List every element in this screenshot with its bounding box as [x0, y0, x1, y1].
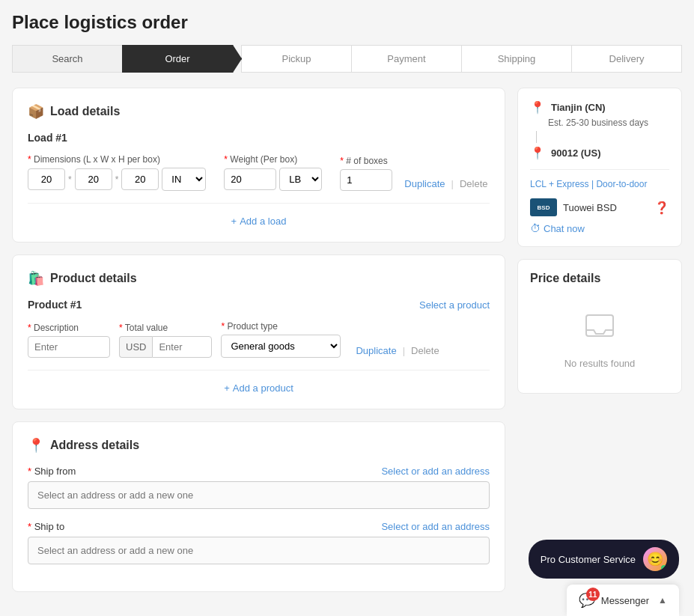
route-card: 📍 Tianjin (CN) Est. 25-30 business days … [517, 88, 682, 247]
ship-to-input[interactable] [28, 537, 490, 564]
desc-label: Description [28, 323, 110, 333]
weight-input[interactable] [224, 168, 276, 190]
shopping-bag-icon: 🛍️ [28, 270, 44, 287]
pro-customer-service-button[interactable]: Pro Customer Service [529, 540, 679, 579]
value-input[interactable] [152, 336, 212, 358]
load-details-card: 📦 Load details Load #1 Dimensions (L x W… [12, 88, 505, 243]
messenger-label: Messenger [601, 595, 649, 605]
service-type: LCL + Express | Door-to-door [530, 179, 669, 189]
product-divider [28, 370, 490, 370]
select-ship-to-button[interactable]: Select or add an address [381, 521, 490, 532]
dim-width-input[interactable] [75, 168, 112, 190]
delete-load-button[interactable]: Delete [460, 178, 488, 189]
product-number: Product #1 [28, 299, 82, 311]
help-icon[interactable]: ❓ [654, 201, 669, 215]
step-shipping[interactable]: Shipping [461, 45, 572, 73]
provider-logo: BSD [530, 198, 557, 216]
no-results-container: No results found [530, 297, 669, 381]
address-header: 📍 Address details [28, 437, 490, 454]
provider-row: BSD Tuowei BSD ❓ [530, 198, 669, 216]
ship-from-label: Ship from [28, 466, 76, 477]
product-details-card: 🛍️ Product details Product #1 Select a p… [12, 254, 505, 409]
load-number: Load #1 [28, 132, 490, 144]
ship-from-input[interactable] [28, 481, 490, 509]
description-input[interactable] [28, 336, 110, 358]
box-icon: 📦 [28, 103, 44, 120]
step-pickup[interactable]: Pickup [241, 45, 352, 73]
dim-height-input[interactable] [121, 168, 159, 190]
pro-cs-avatar [643, 547, 667, 571]
origin-city: Tianjin (CN) [551, 102, 606, 113]
add-load-button[interactable]: + Add a load [28, 216, 490, 227]
duplicate-load-button[interactable]: Duplicate [404, 178, 445, 189]
duplicate-product-button[interactable]: Duplicate [356, 345, 396, 356]
step-payment[interactable]: Payment [351, 45, 462, 73]
add-product-button[interactable]: + Add a product [28, 382, 490, 394]
provider-name: Tuowei BSD [563, 202, 648, 213]
online-dot [661, 565, 667, 571]
weight-label: Weight (Per box) [224, 154, 322, 165]
step-order[interactable]: Order [122, 45, 242, 73]
chat-icon: ⏱ [530, 222, 541, 234]
destination-pin-icon: 📍 [530, 146, 545, 160]
dim-unit-select[interactable]: IN CM [162, 168, 206, 191]
currency-label: USD [119, 336, 152, 358]
dim-sep2: * [115, 174, 119, 185]
inbox-icon [582, 309, 618, 352]
origin-point: 📍 Tianjin (CN) [530, 100, 669, 115]
messenger-bar[interactable]: 💬 11 Messenger ▲ [567, 585, 679, 604]
messenger-icon-wrap: 💬 11 [579, 592, 595, 604]
chat-now-button[interactable]: ⏱ Chat now [530, 222, 669, 234]
delete-product-button[interactable]: Delete [411, 345, 439, 356]
dim-sep1: * [68, 174, 72, 185]
product-details-header: 🛍️ Product details [28, 270, 490, 287]
origin-pin-icon: 📍 [530, 100, 545, 115]
product-type-select[interactable]: General goods Electronics Clothing Food … [221, 335, 341, 358]
step-delivery[interactable]: Delivery [571, 45, 682, 73]
price-title: Price details [530, 272, 669, 285]
total-value-label: Total value [119, 323, 212, 333]
boxes-input[interactable] [340, 169, 392, 191]
ship-to-label: Ship to [28, 521, 64, 532]
chevron-up-icon: ▲ [658, 595, 667, 604]
route-separator [530, 169, 669, 170]
select-product-button[interactable]: Select a product [419, 299, 490, 311]
location-icon: 📍 [28, 437, 44, 454]
progress-bar: Search Order Pickup Payment Shipping Del… [12, 45, 682, 73]
weight-unit-select[interactable]: LB KG [279, 168, 322, 191]
product-type-label: Product type [221, 321, 341, 332]
messenger-badge: 11 [586, 588, 600, 601]
svg-rect-0 [586, 315, 613, 336]
estimated-days: Est. 25-30 business days [548, 118, 669, 128]
no-results-text: No results found [564, 358, 636, 369]
ship-to-row: Ship to Select or add an address [28, 521, 490, 564]
load-details-header: 📦 Load details [28, 103, 490, 120]
load-divider [28, 203, 490, 204]
select-ship-from-button[interactable]: Select or add an address [381, 466, 490, 477]
destination-city: 90012 (US) [551, 147, 600, 159]
ship-from-row: Ship from Select or add an address [28, 466, 490, 509]
pro-cs-label: Pro Customer Service [541, 554, 636, 565]
dim-length-input[interactable] [28, 168, 65, 190]
address-details-card: 📍 Address details Ship from Select or ad… [12, 421, 505, 592]
step-search[interactable]: Search [12, 45, 123, 73]
price-details-card: Price details No results found [517, 259, 682, 394]
dimensions-label: Dimensions (L x W x H per box) [28, 154, 206, 165]
page-title: Place logistics order [12, 12, 682, 33]
boxes-label: # of boxes [340, 156, 392, 166]
destination-point: 📍 90012 (US) [530, 146, 669, 160]
